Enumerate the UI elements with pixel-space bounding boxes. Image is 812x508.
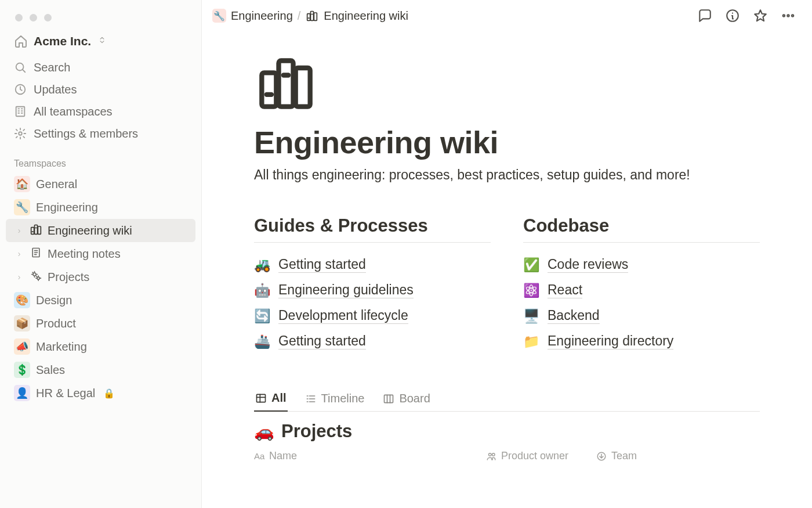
page-icon[interactable] xyxy=(254,53,760,114)
teamspace-emoji: 🎨 xyxy=(14,292,30,308)
workspace-switcher[interactable]: Acme Inc. xyxy=(0,31,201,55)
page-link-label: Getting started xyxy=(278,333,366,350)
column-header-label: Team xyxy=(611,450,637,462)
page-link-label: Getting started xyxy=(278,257,366,273)
chevron-updown-icon xyxy=(98,36,106,46)
column-heading[interactable]: Codebase xyxy=(523,215,760,236)
teamspace-label: Sales xyxy=(36,363,65,377)
note-icon xyxy=(30,247,42,261)
database-columns: AaNameProduct ownerTeam xyxy=(254,446,760,462)
teamspace-item[interactable]: 📦Product xyxy=(6,312,195,335)
page-link[interactable]: 📁Engineering directory xyxy=(523,329,760,354)
page-description[interactable]: All things engineering: processes, best … xyxy=(254,167,760,183)
page-label: Meeting notes xyxy=(48,247,121,261)
home-icon xyxy=(14,34,28,48)
caret-icon[interactable]: › xyxy=(14,272,24,282)
caret-icon[interactable]: › xyxy=(14,226,24,235)
building-icon xyxy=(14,105,27,118)
page-link[interactable]: ✅Code reviews xyxy=(523,252,760,278)
page-link-emoji: 📁 xyxy=(523,334,541,350)
column-heading[interactable]: Guides & Processes xyxy=(254,215,491,236)
content-column: Guides & Processes🚜Getting started🤖Engin… xyxy=(254,215,491,354)
comments-icon[interactable] xyxy=(697,8,712,23)
teamspace-emoji: 🏠 xyxy=(14,176,30,192)
page-link-emoji: 🖥️ xyxy=(523,308,541,324)
database-tabs: AllTimelineBoard xyxy=(254,387,760,412)
star-icon[interactable] xyxy=(753,8,768,23)
teamspace-label: General xyxy=(36,178,77,191)
view-tab[interactable]: All xyxy=(254,387,288,412)
teamspace-item[interactable]: 💲Sales xyxy=(6,358,195,381)
teamspace-emoji: 💲 xyxy=(14,362,30,378)
table-column-header[interactable]: Product owner xyxy=(486,450,585,462)
sidebar-updates[interactable]: Updates xyxy=(6,78,195,100)
sidebar-settings[interactable]: Settings & members xyxy=(6,123,195,145)
page-link[interactable]: ⚛️React xyxy=(523,278,760,303)
gear-icon xyxy=(14,127,27,140)
page-link[interactable]: 🔄Development lifecycle xyxy=(254,303,491,329)
page-link[interactable]: 🚜Getting started xyxy=(254,252,491,278)
teamspace-page[interactable]: ›Engineering wiki xyxy=(6,219,195,242)
page-link[interactable]: 🚢Getting started xyxy=(254,329,491,354)
table-column-header[interactable]: Team xyxy=(596,450,666,462)
list-icon xyxy=(305,393,317,405)
sidebar-item-label: All teamspaces xyxy=(34,105,113,118)
teamspace-emoji: 📦 xyxy=(14,315,30,332)
search-icon xyxy=(14,61,27,74)
teamspace-item[interactable]: 🎨Design xyxy=(6,289,195,312)
teamspace-emoji: 🔧 xyxy=(14,199,30,215)
teamspace-label: Product xyxy=(36,317,76,330)
page-link-label: Code reviews xyxy=(548,257,628,273)
page-link-emoji: 🔄 xyxy=(254,308,271,324)
teamspaces-section-label: Teamspaces xyxy=(0,146,201,172)
teamspace-page[interactable]: ›Meeting notes xyxy=(6,242,195,265)
teamspace-item[interactable]: 🏠General xyxy=(6,172,195,196)
breadcrumb: 🔧Engineering/Engineering wiki xyxy=(212,9,408,23)
teamspace-label: HR & Legal xyxy=(36,387,95,400)
page-title[interactable]: Engineering wiki xyxy=(254,124,760,160)
page-link-label: Development lifecycle xyxy=(278,308,408,324)
window-dot[interactable] xyxy=(30,14,37,21)
teamspace-item[interactable]: 📣Marketing xyxy=(6,335,195,358)
breadcrumb-item[interactable]: 🔧Engineering xyxy=(212,9,293,23)
page-link-emoji: ⚛️ xyxy=(523,283,541,298)
page-link-label: Engineering guidelines xyxy=(278,282,414,298)
database-emoji: 🚗 xyxy=(254,422,274,441)
teamspace-page[interactable]: ›Projects xyxy=(6,265,195,289)
window-dot[interactable] xyxy=(44,14,52,21)
gears-icon xyxy=(30,270,42,284)
sidebar-item-label: Search xyxy=(34,61,70,74)
database-title-row[interactable]: 🚗 Projects xyxy=(254,412,760,446)
sidebar-nav: Search Updates All teamspaces Settings &… xyxy=(0,55,201,146)
info-icon[interactable] xyxy=(725,8,740,23)
main-area: 🔧Engineering/Engineering wiki Engineerin… xyxy=(202,0,812,508)
view-tab-label: Board xyxy=(399,392,430,405)
teamspace-item[interactable]: 👤HR & Legal🔒 xyxy=(6,381,195,405)
column-header-label: Name xyxy=(269,450,297,462)
page-link-emoji: ✅ xyxy=(523,257,541,273)
person-icon xyxy=(486,451,496,462)
teamspaces-list: 🏠General🔧Engineering›Engineering wiki›Me… xyxy=(0,172,201,405)
page-link-emoji: 🚜 xyxy=(254,257,271,273)
sidebar-search[interactable]: Search xyxy=(6,56,195,78)
database-title: Projects xyxy=(281,421,352,442)
text-type-icon: Aa xyxy=(254,451,264,462)
caret-icon[interactable]: › xyxy=(14,249,24,258)
breadcrumb-separator: / xyxy=(298,9,301,23)
table-column-header[interactable]: AaName xyxy=(254,450,474,462)
page-link-emoji: 🤖 xyxy=(254,283,271,298)
books-icon xyxy=(30,224,42,238)
sidebar-all-teamspaces[interactable]: All teamspaces xyxy=(6,100,195,123)
teamspace-item[interactable]: 🔧Engineering xyxy=(6,196,195,219)
content-columns: Guides & Processes🚜Getting started🤖Engin… xyxy=(254,215,760,354)
view-tab[interactable]: Board xyxy=(382,387,431,412)
window-dot[interactable] xyxy=(15,14,23,21)
more-icon[interactable] xyxy=(781,8,796,23)
teamspace-label: Marketing xyxy=(36,340,87,354)
page-link[interactable]: 🤖Engineering guidelines xyxy=(254,278,491,303)
clock-icon xyxy=(14,83,27,96)
page-link[interactable]: 🖥️Backend xyxy=(523,303,760,329)
workspace-name: Acme Inc. xyxy=(34,34,91,48)
breadcrumb-item[interactable]: Engineering wiki xyxy=(305,9,408,23)
view-tab[interactable]: Timeline xyxy=(304,387,366,412)
